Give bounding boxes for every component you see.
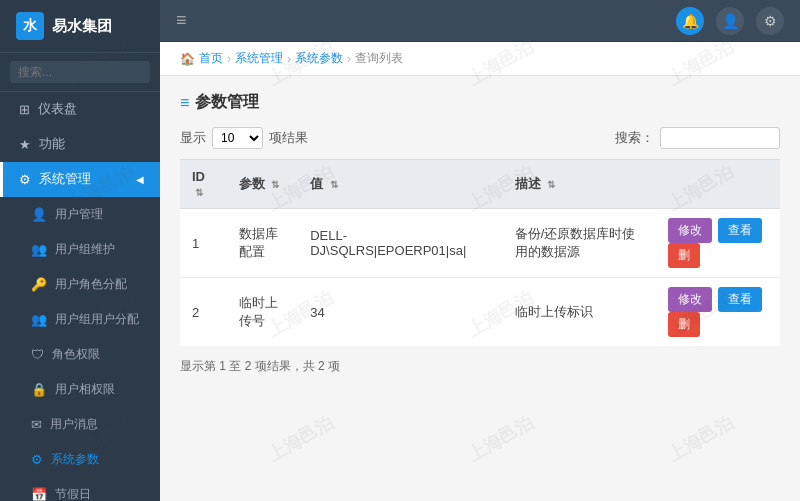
sidebar-item-label: 角色权限: [52, 346, 100, 363]
sidebar-icon: 👥: [31, 312, 47, 327]
logo-text: 易水集团: [52, 17, 112, 36]
breadcrumb-params-link[interactable]: 系统参数: [295, 50, 343, 67]
user-button[interactable]: 👤: [716, 7, 744, 35]
per-page-select[interactable]: 10 25 50 100: [212, 127, 263, 149]
sidebar-item-user-msg[interactable]: ✉用户消息: [0, 407, 160, 442]
breadcrumb-sep3: ›: [347, 52, 351, 66]
hamburger-icon[interactable]: ≡: [176, 10, 187, 31]
cell-value: DELL-DJ\SQLRS|EPOERP01|sa|: [298, 209, 503, 278]
data-table: ID ⇅ 参数 ⇅ 值 ⇅ 描述 ⇅ 1 数据库配置 DELL-DJ\SQLRS…: [180, 159, 780, 346]
sidebar-item-label: 用户角色分配: [55, 276, 127, 293]
show-label: 显示: [180, 130, 206, 147]
breadcrumb-sep2: ›: [287, 52, 291, 66]
table-footer-text: 显示第 1 至 2 项结果，共 2 项: [180, 359, 340, 373]
cell-param: 临时上传号: [227, 278, 299, 347]
sort-icon-value[interactable]: ⇅: [330, 179, 338, 190]
notification-button[interactable]: 🔔: [676, 7, 704, 35]
table-controls-right: 搜索：: [615, 127, 780, 149]
view-button[interactable]: 查看: [718, 218, 762, 243]
sidebar-item-sys-params[interactable]: ⚙系统参数: [0, 442, 160, 477]
col-id: ID ⇅: [180, 160, 227, 209]
sort-icon-desc[interactable]: ⇅: [547, 179, 555, 190]
table-header-row: ID ⇅ 参数 ⇅ 值 ⇅ 描述 ⇅: [180, 160, 780, 209]
delete-button[interactable]: 删: [668, 243, 700, 268]
sidebar-nav: ⊞仪表盘★功能⚙系统管理◀👤用户管理👥用户组维护🔑用户角色分配👥用户组用户分配🛡…: [0, 92, 160, 501]
sidebar-icon: ⚙: [31, 452, 43, 467]
sidebar-icon: 👤: [31, 207, 47, 222]
sidebar-icon: ★: [19, 137, 31, 152]
sidebar-icon: ⊞: [19, 102, 30, 117]
col-desc: 描述 ⇅: [503, 160, 656, 209]
page-title-icon: ≡: [180, 94, 189, 112]
sidebar-icon: 🛡: [31, 347, 44, 362]
sidebar-icon: ✉: [31, 417, 42, 432]
sidebar-search-container: [0, 53, 160, 92]
table-row: 2 临时上传号 34 临时上传标识 修改 查看 删: [180, 278, 780, 347]
sidebar-item-label: 用户消息: [50, 416, 98, 433]
table-footer: 显示第 1 至 2 项结果，共 2 项: [180, 358, 780, 375]
sort-icon-id[interactable]: ⇅: [195, 187, 203, 198]
sidebar-item-label: 用户组维护: [55, 241, 115, 258]
breadcrumb-home-link[interactable]: 首页: [199, 50, 223, 67]
breadcrumb-home-icon: 🏠: [180, 52, 195, 66]
search-label: 搜索：: [615, 130, 654, 147]
view-button[interactable]: 查看: [718, 287, 762, 312]
results-label: 项结果: [269, 130, 308, 147]
cell-desc: 临时上传标识: [503, 278, 656, 347]
sidebar-item-user-perm[interactable]: 🔒用户相权限: [0, 372, 160, 407]
cell-desc: 备份/还原数据库时使用的数据源: [503, 209, 656, 278]
page-title: ≡ 参数管理: [180, 92, 780, 113]
sidebar-item-role-perm[interactable]: 🛡角色权限: [0, 337, 160, 372]
sidebar: 水 易水集团 ⊞仪表盘★功能⚙系统管理◀👤用户管理👥用户组维护🔑用户角色分配👥用…: [0, 0, 160, 501]
sidebar-item-user-mgmt[interactable]: 👤用户管理: [0, 197, 160, 232]
settings-button[interactable]: ⚙: [756, 7, 784, 35]
sidebar-item-label: 用户组用户分配: [55, 311, 139, 328]
sidebar-item-label: 系统管理: [39, 171, 91, 188]
cell-id: 2: [180, 278, 227, 347]
sort-icon-param[interactable]: ⇅: [271, 179, 279, 190]
content-area: ≡ 参数管理 显示 10 25 50 100 项结果 搜索：: [160, 76, 800, 501]
main-area: ≡ 🔔 👤 ⚙ 🏠 首页 › 系统管理 › 系统参数 › 查询列表 ≡ 参数管理…: [160, 0, 800, 501]
sidebar-icon: ⚙: [19, 172, 31, 187]
sidebar-item-label: 功能: [39, 136, 65, 153]
edit-button[interactable]: 修改: [668, 218, 712, 243]
breadcrumb-system-link[interactable]: 系统管理: [235, 50, 283, 67]
page-title-text: 参数管理: [195, 92, 259, 113]
breadcrumb-sep1: ›: [227, 52, 231, 66]
col-action: [656, 160, 780, 209]
cell-id: 1: [180, 209, 227, 278]
sidebar-item-label: 仪表盘: [38, 101, 77, 118]
table-controls: 显示 10 25 50 100 项结果 搜索：: [180, 127, 780, 149]
sidebar-icon: 📅: [31, 487, 47, 501]
sidebar-icon: 🔒: [31, 382, 47, 397]
table-search-input[interactable]: [660, 127, 780, 149]
sidebar-item-label: 节假日: [55, 486, 91, 501]
sidebar-search-input[interactable]: [10, 61, 150, 83]
sidebar-logo: 水 易水集团: [0, 0, 160, 53]
topbar-left: ≡: [176, 10, 195, 31]
delete-button[interactable]: 删: [668, 312, 700, 337]
sidebar-item-label: 用户管理: [55, 206, 103, 223]
sidebar-item-function[interactable]: ★功能: [0, 127, 160, 162]
sidebar-item-role-assign[interactable]: 🔑用户角色分配: [0, 267, 160, 302]
sidebar-item-dashboard[interactable]: ⊞仪表盘: [0, 92, 160, 127]
sidebar-icon: 🔑: [31, 277, 47, 292]
topbar: ≡ 🔔 👤 ⚙: [160, 0, 800, 42]
cell-value: 34: [298, 278, 503, 347]
sidebar-item-label: 用户相权限: [55, 381, 115, 398]
table-body: 1 数据库配置 DELL-DJ\SQLRS|EPOERP01|sa| 备份/还原…: [180, 209, 780, 347]
sidebar-item-group-user[interactable]: 👥用户组用户分配: [0, 302, 160, 337]
edit-button[interactable]: 修改: [668, 287, 712, 312]
sidebar-item-group-maintain[interactable]: 👥用户组维护: [0, 232, 160, 267]
table-controls-left: 显示 10 25 50 100 项结果: [180, 127, 308, 149]
sidebar-arrow: ◀: [136, 174, 144, 185]
sidebar-icon: 👥: [31, 242, 47, 257]
sidebar-item-label: 系统参数: [51, 451, 99, 468]
topbar-right: 🔔 👤 ⚙: [676, 7, 784, 35]
sidebar-item-holiday[interactable]: 📅节假日: [0, 477, 160, 501]
sidebar-item-system[interactable]: ⚙系统管理◀: [0, 162, 160, 197]
cell-param: 数据库配置: [227, 209, 299, 278]
breadcrumb-current: 查询列表: [355, 50, 403, 67]
cell-actions: 修改 查看 删: [656, 278, 780, 347]
cell-actions: 修改 查看 删: [656, 209, 780, 278]
